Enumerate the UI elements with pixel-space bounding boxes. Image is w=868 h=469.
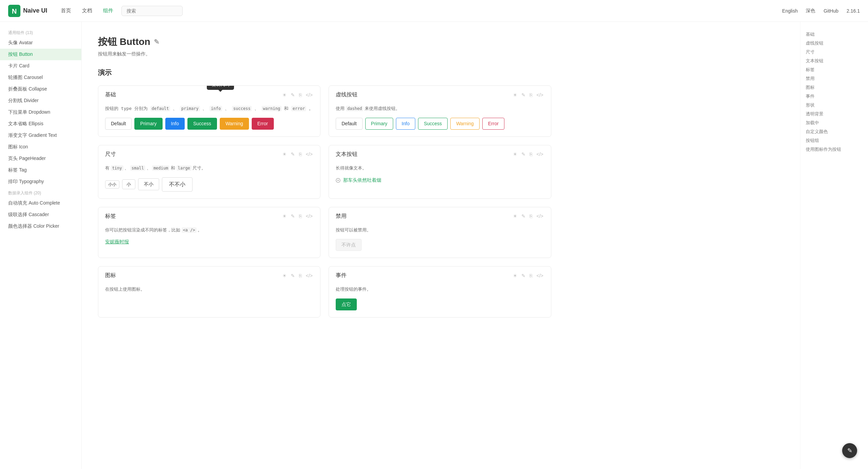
nav-theme[interactable]: 深色 <box>806 8 815 14</box>
sidebar-item-cascader[interactable]: 级联选择 Cascader <box>0 209 81 221</box>
toc-item-10[interactable]: 加载中 <box>806 118 863 127</box>
nav-github[interactable]: GitHub <box>823 8 838 14</box>
btn-warning[interactable]: Warning <box>220 118 249 130</box>
toc-item-8[interactable]: 形状 <box>806 101 863 110</box>
nav-language[interactable]: English <box>782 8 798 14</box>
demo-card-text-edit[interactable]: ✎ <box>521 151 526 158</box>
sidebar-item-colorpicker[interactable]: 颜色选择器 Color Picker <box>0 221 81 232</box>
size-btn-group: 小小 小 不小 不不小 <box>105 177 313 192</box>
toc-item-0[interactable]: 基础 <box>806 30 863 39</box>
btn-tiny[interactable]: 小小 <box>105 180 119 189</box>
demo-card-action-copy[interactable]: ⎘ <box>298 92 302 98</box>
demo-card-icon-copy[interactable]: ⎘ <box>298 272 302 279</box>
demo-card-disabled-header: 禁用 ☀ ✎ ⎘ </> <box>329 207 551 223</box>
sidebar-item-collapse[interactable]: 折叠面板 Collapse <box>0 83 81 95</box>
demo-card-event-body: 处理按钮的事件。 点它 <box>329 282 551 317</box>
page-desc: 按钮用来触发一些操作。 <box>98 51 551 57</box>
demo-card-event-edit[interactable]: ✎ <box>521 272 526 279</box>
nav-link-components[interactable]: 组件 <box>103 7 113 14</box>
demo-card-icon-edit[interactable]: ✎ <box>290 272 296 279</box>
btn-info[interactable]: Info <box>165 118 185 130</box>
toc-item-12[interactable]: 按钮组 <box>806 136 863 145</box>
sidebar-item-avatar[interactable]: 头像 Avatar <box>0 37 81 49</box>
demo-card-icon-sun[interactable]: ☀ <box>282 272 287 279</box>
btn-medium[interactable]: 不小 <box>138 178 159 190</box>
toc-item-7[interactable]: 事件 <box>806 92 863 101</box>
text-btn-link[interactable]: 那车头依然吐着烟 <box>343 177 381 183</box>
sidebar-item-carousel[interactable]: 轮播图 Carousel <box>0 72 81 83</box>
demo-card-basic: 复制代码 基础 ☀ ✎ ⎘ </> 按钮的 type 分别为 default 、… <box>98 85 320 137</box>
demo-card-ghost-code[interactable]: </> <box>536 92 544 98</box>
demo-card-tag-code[interactable]: </> <box>305 213 313 220</box>
sidebar-item-dropdown[interactable]: 下拉菜单 Dropdown <box>0 107 81 118</box>
demo-card-disabled-code[interactable]: </> <box>536 213 544 220</box>
sidebar-item-ellipsis[interactable]: 文本省略 Ellipsis <box>0 118 81 130</box>
demo-card-size-copy[interactable]: ⎘ <box>298 151 302 158</box>
toc-item-5[interactable]: 禁用 <box>806 74 863 83</box>
sidebar-item-divider[interactable]: 分割线 Divider <box>0 95 81 107</box>
toc-item-13[interactable]: 使用图标作为按钮 <box>806 145 863 154</box>
btn-event[interactable]: 点它 <box>336 298 357 310</box>
ghost-btn-success[interactable]: Success <box>418 118 448 130</box>
demo-card-tag-sun[interactable]: ☀ <box>282 213 287 220</box>
demo-card-size-edit[interactable]: ✎ <box>290 151 296 158</box>
sidebar-item-card[interactable]: 卡片 Card <box>0 60 81 72</box>
demo-card-tag-desc: 你可以把按钮渲染成不同的标签，比如 <a /> 。 <box>105 227 313 234</box>
sidebar-item-button[interactable]: 按钮 Button <box>0 49 81 60</box>
btn-success[interactable]: Success <box>187 118 217 130</box>
demo-card-size-sun[interactable]: ☀ <box>282 151 287 158</box>
btn-large[interactable]: 不不小 <box>162 177 193 192</box>
toc-item-9[interactable]: 透明背景 <box>806 110 863 118</box>
demo-card-action-edit[interactable]: ✎ <box>290 92 296 98</box>
sidebar-item-tag[interactable]: 标签 Tag <box>0 164 81 176</box>
ghost-btn-default[interactable]: Default <box>336 118 362 130</box>
toc-item-2[interactable]: 尺寸 <box>806 48 863 56</box>
demo-card-ghost-sun[interactable]: ☀ <box>512 92 518 98</box>
demo-card-event-sun[interactable]: ☀ <box>512 272 518 279</box>
demo-card-ghost-edit[interactable]: ✎ <box>521 92 526 98</box>
ghost-btn-warning[interactable]: Warning <box>450 118 480 130</box>
tag-link[interactable]: 安妮薇时报 <box>105 239 129 245</box>
toc-item-6[interactable]: 图标 <box>806 83 863 92</box>
toc-item-4[interactable]: 标签 <box>806 65 863 74</box>
sidebar-item-gradient[interactable]: 渐变文字 Gradient Text <box>0 130 81 141</box>
ghost-btn-primary[interactable]: Primary <box>365 118 393 130</box>
nav-link-home[interactable]: 首页 <box>61 7 71 14</box>
btn-default[interactable]: Default <box>105 118 132 130</box>
sidebar-item-icon[interactable]: 图标 Icon <box>0 141 81 153</box>
ghost-btn-error[interactable]: Error <box>482 118 504 130</box>
sidebar-item-typography[interactable]: 排印 Typography <box>0 176 81 188</box>
demo-card-icon-code[interactable]: </> <box>305 272 313 279</box>
demo-card-text-sun[interactable]: ☀ <box>512 151 518 158</box>
demo-card-disabled-copy[interactable]: ⎘ <box>529 213 533 220</box>
search-input[interactable] <box>121 6 183 16</box>
ghost-btn-info[interactable]: Info <box>396 118 415 130</box>
nav-link-docs[interactable]: 文档 <box>82 7 92 14</box>
btn-error[interactable]: Error <box>252 118 274 130</box>
sidebar-item-autocomplete[interactable]: 自动填充 Auto Complete <box>0 197 81 209</box>
demo-card-text-header: 文本按钮 ☀ ✎ ⎘ </> <box>329 145 551 161</box>
nav-right: English 深色 GitHub 2.16.1 <box>782 8 860 14</box>
demo-card-action-sun[interactable]: ☀ <box>282 92 287 98</box>
demo-card-action-code[interactable]: </> <box>305 92 313 98</box>
floating-edit-button[interactable]: ✎ <box>842 443 857 458</box>
toc-item-11[interactable]: 自定义颜色 <box>806 127 863 136</box>
demo-card-event: 事件 ☀ ✎ ⎘ </> 处理按钮的事件。 点它 <box>329 266 551 318</box>
demo-card-tag-edit[interactable]: ✎ <box>290 213 296 220</box>
sidebar-item-pageheader[interactable]: 页头 PageHeader <box>0 153 81 164</box>
demo-card-event-code[interactable]: </> <box>536 272 544 279</box>
demo-card-size-code[interactable]: </> <box>305 151 313 158</box>
toc-item-1[interactable]: 虚线按钮 <box>806 39 863 48</box>
demo-card-event-copy[interactable]: ⎘ <box>529 272 533 279</box>
toc-item-3[interactable]: 文本按钮 <box>806 56 863 65</box>
demo-card-text-copy[interactable]: ⎘ <box>529 151 533 158</box>
demo-card-disabled-edit[interactable]: ✎ <box>521 213 526 220</box>
demo-card-ghost-copy[interactable]: ⎘ <box>529 92 533 98</box>
edit-icon[interactable]: ✎ <box>154 38 160 46</box>
btn-primary[interactable]: Primary <box>134 118 162 130</box>
demo-card-disabled-sun[interactable]: ☀ <box>512 213 518 220</box>
demo-card-tag-actions: ☀ ✎ ⎘ </> <box>282 213 313 220</box>
demo-card-tag-copy[interactable]: ⎘ <box>298 213 302 220</box>
demo-card-text-code[interactable]: </> <box>536 151 544 158</box>
btn-small[interactable]: 小 <box>122 179 135 190</box>
